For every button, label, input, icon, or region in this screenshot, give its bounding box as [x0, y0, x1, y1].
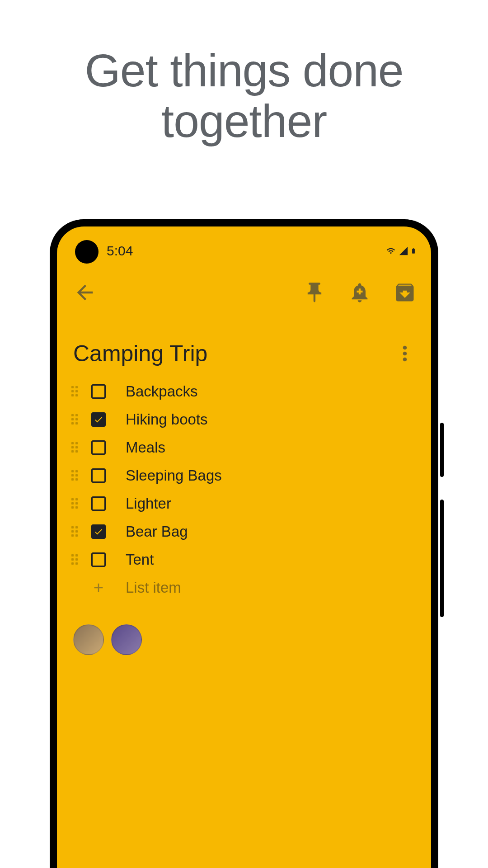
check-icon — [94, 415, 103, 425]
drag-handle[interactable] — [71, 414, 82, 425]
reminder-button[interactable] — [348, 281, 371, 304]
list-item: Bear Bag — [71, 518, 417, 546]
archive-icon — [393, 281, 417, 304]
check-icon — [94, 527, 103, 537]
item-text[interactable]: Meals — [126, 439, 165, 456]
drag-handle[interactable] — [71, 498, 82, 509]
phone-screen: 5:04 Camping Trip — [57, 226, 431, 868]
list-item: Lighter — [71, 490, 417, 518]
checkbox[interactable] — [91, 552, 106, 567]
list-item: Tent — [71, 546, 417, 574]
pin-icon — [303, 281, 326, 304]
wifi-icon — [385, 246, 397, 255]
checkbox[interactable] — [91, 384, 106, 399]
camera-hole — [75, 240, 99, 264]
item-text[interactable]: Hiking boots — [126, 411, 208, 428]
pin-button[interactable] — [303, 281, 326, 304]
arrow-left-icon — [73, 281, 97, 304]
title-more-button[interactable] — [393, 342, 417, 365]
bell-plus-icon — [348, 281, 371, 304]
battery-icon — [410, 245, 417, 256]
more-vertical-icon — [393, 342, 417, 365]
list-item: Hiking boots — [71, 406, 417, 434]
drag-handle[interactable] — [71, 442, 82, 453]
cellular-icon — [399, 246, 408, 256]
list-item: Backpacks — [71, 377, 417, 406]
phone-frame: 5:04 Camping Trip — [50, 219, 438, 868]
collaborator-avatar[interactable] — [111, 624, 142, 655]
add-list-item[interactable]: List item — [71, 574, 417, 602]
archive-button[interactable] — [393, 281, 417, 304]
note-title[interactable]: Camping Trip — [73, 340, 386, 367]
list-item: Sleeping Bags — [71, 462, 417, 490]
collaborator-avatar[interactable] — [73, 624, 104, 655]
drag-handle[interactable] — [71, 554, 82, 565]
back-button[interactable] — [73, 281, 97, 304]
status-time: 5:04 — [107, 243, 133, 259]
checkbox[interactable] — [91, 524, 106, 539]
title-row: Camping Trip — [57, 313, 431, 376]
item-text[interactable]: Lighter — [126, 495, 171, 512]
promo-headline: Get things done together — [0, 45, 488, 146]
collaborators — [57, 611, 431, 664]
item-text[interactable]: Backpacks — [126, 383, 198, 400]
item-text[interactable]: Tent — [126, 551, 154, 568]
status-icons — [385, 245, 417, 256]
checklist: Backpacks Hiking boots Meals Sleeping Ba… — [57, 376, 431, 611]
list-item: Meals — [71, 434, 417, 462]
add-item-placeholder: List item — [126, 579, 181, 596]
checkbox[interactable] — [91, 412, 106, 427]
drag-handle[interactable] — [71, 470, 82, 481]
drag-handle[interactable] — [71, 386, 82, 397]
checkbox[interactable] — [91, 496, 106, 511]
checkbox[interactable] — [91, 468, 106, 483]
app-bar — [57, 263, 431, 313]
checkbox[interactable] — [91, 440, 106, 455]
drag-handle[interactable] — [71, 526, 82, 537]
item-text[interactable]: Sleeping Bags — [126, 467, 222, 484]
plus-icon — [91, 580, 106, 595]
item-text[interactable]: Bear Bag — [126, 523, 188, 540]
status-bar: 5:04 — [57, 226, 431, 263]
